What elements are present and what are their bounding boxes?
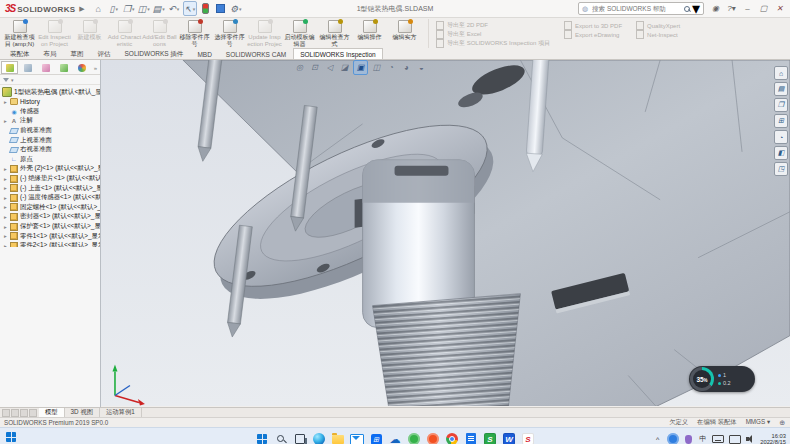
- chrome-icon[interactable]: [445, 432, 459, 444]
- tab-model[interactable]: 模型: [39, 408, 65, 417]
- green-app-icon[interactable]: [407, 432, 421, 444]
- tree-item[interactable]: ▸ (-) 绝缘垫片<1> (默认<<默认>_显示: [0, 174, 100, 184]
- display-style-icon[interactable]: ◫: [370, 61, 383, 74]
- display-cast-icon[interactable]: [729, 433, 741, 444]
- tree-item[interactable]: ▸ 注解: [0, 116, 100, 126]
- add-characteristic-button[interactable]: Add Characteristic: [107, 19, 142, 48]
- tab-solidworks-addins[interactable]: SOLIDWORKS 插件: [118, 48, 191, 59]
- solidworks-resources-icon[interactable]: ⌂: [774, 66, 788, 80]
- qualityxpert-button[interactable]: QualityXpert: [636, 21, 680, 30]
- save-button[interactable]: ◫▾: [138, 2, 150, 15]
- edit-operation-button[interactable]: 编辑操作: [352, 19, 387, 48]
- task-view-button[interactable]: [293, 432, 307, 444]
- store-icon[interactable]: [369, 432, 383, 444]
- chevron-down-icon[interactable]: ▾: [692, 0, 700, 18]
- tab-evaluate[interactable]: 评估: [91, 48, 118, 59]
- edit-supplier-button[interactable]: 编辑实方: [387, 19, 422, 48]
- login-button[interactable]: ◉: [709, 2, 722, 15]
- display-settings-button[interactable]: [215, 2, 227, 15]
- onedrive-icon[interactable]: ☁: [388, 432, 402, 444]
- cad-model-canvas[interactable]: [101, 60, 790, 406]
- hide-show-items-icon[interactable]: ◔: [385, 61, 398, 74]
- close-button[interactable]: ✕: [773, 2, 786, 15]
- tree-item[interactable]: ▸ 前视基准面: [0, 126, 100, 136]
- select-balloons-button[interactable]: 选择零件序号: [212, 19, 247, 48]
- tree-item[interactable]: ▸ 密封器<1> (默认<<默认>_显示状: [0, 212, 100, 222]
- feature-tree-root[interactable]: 1型铠装热电偶 (默认<默认_显示状态-1>: [0, 87, 100, 97]
- tree-item[interactable]: ▸ 上视基准面: [0, 135, 100, 145]
- tree-item[interactable]: ▸ 保护套<1> (默认<<默认>_显示状: [0, 222, 100, 232]
- tree-item[interactable]: ▸ 原点: [0, 155, 100, 165]
- tab-mbd[interactable]: MBD: [190, 48, 218, 59]
- start-button[interactable]: [255, 432, 269, 444]
- orange-app-icon[interactable]: [426, 432, 440, 444]
- search-icon[interactable]: [684, 6, 690, 12]
- export-2d-pdf-button[interactable]: 导出至 2D PDF: [436, 21, 550, 30]
- zoom-fit-icon[interactable]: ◎: [293, 61, 306, 74]
- defender-icon[interactable]: [667, 433, 679, 444]
- net-inspect-button[interactable]: Net-Inspect: [636, 30, 680, 39]
- tab-layout[interactable]: 布局: [37, 48, 64, 59]
- mail-icon[interactable]: [350, 432, 364, 444]
- featuremanager-tab[interactable]: [1, 61, 18, 74]
- new-template-button[interactable]: 新建模板: [72, 19, 107, 48]
- open-button[interactable]: ❒▾: [123, 2, 135, 15]
- tree-item[interactable]: ▸ 固定螺栓<1> (默认<<默认>_显示: [0, 203, 100, 213]
- tree-item[interactable]: ▸ 右视基准面: [0, 145, 100, 155]
- ime-language-icon[interactable]: 中: [698, 433, 707, 444]
- dimxpertmanager-tab[interactable]: [55, 61, 72, 74]
- print-button[interactable]: ▤▾: [153, 2, 165, 15]
- export-inspection-project-button[interactable]: 导出至 SOLIDWORKS Inspection 项目: [436, 39, 550, 48]
- export-excel-button[interactable]: 导出至 Excel: [436, 30, 550, 39]
- taskbar-clock[interactable]: 16:03 2022/8/15: [760, 433, 786, 444]
- tab-solidworks-inspection[interactable]: SOLIDWORKS Inspection: [293, 48, 383, 59]
- tree-filter[interactable]: ▾: [0, 75, 100, 85]
- view-settings-icon[interactable]: ◒: [415, 61, 428, 74]
- tab-sketch[interactable]: 草图: [64, 48, 91, 59]
- home-button[interactable]: ⌂: [93, 2, 105, 15]
- remove-balloons-button[interactable]: 移除零件序号: [177, 19, 212, 48]
- search-button[interactable]: [274, 432, 288, 444]
- tree-item[interactable]: ▸ 外壳 (2)<1> (默认<<默认>_显示状: [0, 164, 100, 174]
- edit-inspection-project-button[interactable]: Edit Inspection Project: [37, 19, 72, 48]
- touch-keyboard-icon[interactable]: [712, 433, 724, 444]
- tab-assembly[interactable]: 装配体: [3, 48, 37, 59]
- tab-motion-study[interactable]: 运动算例1: [100, 408, 142, 417]
- word-icon[interactable]: W: [502, 432, 516, 444]
- options-button[interactable]: ⚙▾: [230, 2, 242, 15]
- zoom-area-icon[interactable]: ⊡: [308, 61, 321, 74]
- edit-appearance-icon[interactable]: ◕: [400, 61, 413, 74]
- select-button[interactable]: ↖▾: [183, 1, 197, 16]
- solidworks-taskbar-icon[interactable]: S: [521, 432, 535, 444]
- graphics-viewport[interactable]: ◎⊡◁◪▣◫◔◕◒ ⌂▤❒⊞◔◧◳ 35% 1 0.2: [101, 60, 790, 407]
- restore-button[interactable]: ▢: [757, 2, 770, 15]
- previous-view-icon[interactable]: ◁: [323, 61, 336, 74]
- launch-template-editor-button[interactable]: 启动模板编辑器: [282, 19, 317, 48]
- security-shield-icon[interactable]: [684, 433, 693, 444]
- menu-flyout-arrow[interactable]: ▶: [79, 5, 84, 13]
- rebuild-button[interactable]: [200, 2, 212, 15]
- custom-properties-icon[interactable]: ◧: [774, 146, 788, 160]
- tab-scroll-buttons[interactable]: [0, 408, 39, 417]
- panel-more-icon[interactable]: »: [94, 65, 99, 71]
- forum-icon[interactable]: ◳: [774, 162, 788, 176]
- view-orientation-icon[interactable]: ▣: [353, 60, 368, 75]
- tree-item[interactable]: ▸ History: [0, 97, 100, 107]
- tree-item[interactable]: ▸ 传感器: [0, 107, 100, 117]
- export-3d-pdf-button[interactable]: Export to 3D PDF: [564, 21, 622, 30]
- appearances-icon[interactable]: ◔: [774, 130, 788, 144]
- tray-expand-icon[interactable]: ^: [653, 433, 662, 444]
- performance-overlay[interactable]: 35% 1 0.2: [689, 366, 755, 392]
- view-palette-icon[interactable]: ⊞: [774, 114, 788, 128]
- update-inspection-project-button[interactable]: Update Inspection Project: [247, 19, 282, 48]
- file-explorer-icon[interactable]: ❒: [774, 98, 788, 112]
- displaymanager-tab[interactable]: [73, 61, 90, 74]
- edge-icon[interactable]: [312, 432, 326, 444]
- export-edrawing-button[interactable]: Export eDrawing: [564, 30, 622, 39]
- undo-button[interactable]: ↶▾: [168, 2, 180, 15]
- dictionary-app-icon[interactable]: [464, 432, 478, 444]
- design-library-icon[interactable]: ▤: [774, 82, 788, 96]
- tree-item[interactable]: ▸ (-) 温度传感器<1> (默认<<默认>_: [0, 193, 100, 203]
- configurationmanager-tab[interactable]: [37, 61, 54, 74]
- tab-solidworks-cam[interactable]: SOLIDWORKS CAM: [219, 48, 293, 59]
